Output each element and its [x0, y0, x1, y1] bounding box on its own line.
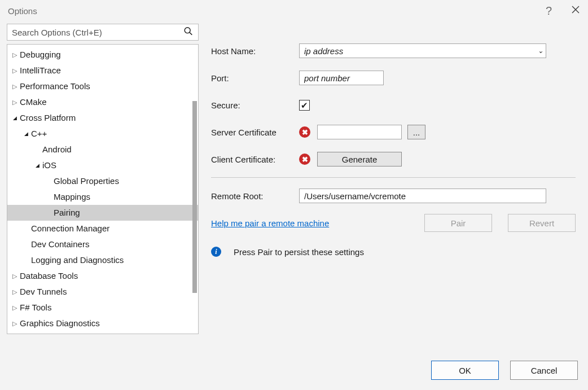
client-cert-label: Client Certificate: [211, 155, 299, 164]
tree-item-label: Debugging [20, 47, 61, 63]
svg-point-2 [185, 28, 190, 33]
tree-item-label: Cross Platform [20, 110, 76, 126]
triangle-right-icon: ▷ [11, 63, 19, 78]
server-cert-input[interactable] [317, 125, 402, 139]
close-icon[interactable] [571, 5, 580, 16]
generate-button[interactable]: Generate [317, 152, 402, 166]
tree-item-label: Android [42, 142, 72, 157]
tree-item-label: Pairing [54, 205, 80, 221]
tree-item-label: iOS [42, 157, 56, 173]
tree-item[interactable]: Android [7, 142, 198, 157]
tree-item-label: Database Tools [20, 268, 78, 284]
info-text: Press Pair to persist these settings [234, 247, 364, 257]
tree-item[interactable]: ◢iOS [7, 157, 198, 173]
triangle-right-icon: ▷ [11, 94, 19, 110]
server-cert-label: Server Certificate [211, 128, 299, 137]
remote-root-input[interactable] [299, 189, 546, 203]
tree-item-label: Graphics Diagnostics [20, 315, 100, 331]
help-icon[interactable]: ? [546, 5, 552, 17]
tree-item[interactable]: ◢Cross Platform [7, 110, 198, 126]
help-pair-link[interactable]: Help me pair a remote machine [211, 218, 329, 228]
scrollbar-thumb[interactable] [192, 101, 197, 293]
tree-item-label: Performance Tools [20, 78, 90, 94]
port-input[interactable] [299, 71, 384, 85]
triangle-down-icon: ◢ [11, 110, 19, 126]
tree-item[interactable]: Dev Containers [7, 236, 198, 252]
error-icon: ✖ [299, 154, 310, 165]
search-icon[interactable] [183, 27, 194, 38]
tree-item[interactable]: Mappings [7, 189, 198, 205]
titlebar: Options ? [0, 0, 588, 19]
tree-item[interactable]: ▷Performance Tools [7, 78, 198, 94]
chevron-down-icon: ⌄ [538, 47, 543, 55]
settings-panel: Host Name: ip address ⌄ Port: Secure: ✔ … [211, 24, 581, 334]
options-dialog: Options ? ▷Debugging▷IntelliTrace▷Perfor… [0, 0, 588, 390]
tree-item[interactable]: ▷IntelliTrace [7, 63, 198, 78]
revert-button[interactable]: Revert [508, 214, 576, 232]
info-bar: i Press Pair to persist these settings [211, 247, 576, 257]
tree-item-label: IntelliTrace [20, 63, 61, 78]
triangle-right-icon: ▷ [11, 268, 19, 284]
triangle-down-icon: ◢ [33, 157, 41, 173]
tree-item-label: Dev Tunnels [20, 284, 67, 300]
triangle-right-icon: ▷ [11, 315, 19, 331]
tree-item-label: Connection Manager [31, 221, 109, 236]
search-box [7, 24, 199, 41]
pair-button[interactable]: Pair [424, 214, 492, 232]
tree-item-label: Mappings [54, 189, 90, 205]
tree-item[interactable]: ▷CMake [7, 94, 198, 110]
window-title: Options [8, 6, 37, 16]
tree-item[interactable]: Pairing [7, 205, 198, 221]
remote-root-label: Remote Root: [211, 191, 299, 201]
port-label: Port: [211, 73, 299, 83]
tree-item-label: Logging and Diagnostics [31, 252, 124, 268]
divider [211, 177, 576, 178]
tree-item[interactable]: Connection Manager [7, 221, 198, 236]
tree-item[interactable]: ▷F# Tools [7, 300, 198, 315]
tree-item-label: C++ [31, 126, 47, 142]
secure-label: Secure: [211, 100, 299, 110]
tree-item-label: F# Tools [20, 300, 51, 315]
triangle-down-icon: ◢ [22, 126, 30, 142]
triangle-right-icon: ▷ [11, 284, 19, 300]
check-icon: ✔ [301, 101, 308, 109]
cancel-button[interactable]: Cancel [510, 361, 578, 380]
options-tree: ▷Debugging▷IntelliTrace▷Performance Tool… [7, 44, 199, 334]
triangle-right-icon: ▷ [11, 300, 19, 315]
triangle-right-icon: ▷ [11, 47, 19, 63]
host-name-value: ip address [304, 46, 343, 56]
tree-item-label: Dev Containers [31, 236, 89, 252]
browse-button[interactable]: ... [407, 125, 425, 139]
tree-item-label: Global Properties [54, 173, 119, 189]
search-input[interactable] [7, 24, 199, 41]
tree-item-label: CMake [20, 94, 47, 110]
secure-checkbox[interactable]: ✔ [299, 100, 310, 111]
host-name-label: Host Name: [211, 46, 299, 56]
error-icon: ✖ [299, 126, 310, 138]
tree-item[interactable]: ▷Database Tools [7, 268, 198, 284]
tree-item[interactable]: Global Properties [7, 173, 198, 189]
triangle-right-icon: ▷ [11, 78, 19, 94]
svg-line-3 [190, 32, 192, 34]
tree-item[interactable]: ▷Debugging [7, 47, 198, 63]
tree-item[interactable]: ▷Graphics Diagnostics [7, 315, 198, 331]
tree-item[interactable]: ◢C++ [7, 126, 198, 142]
ok-button[interactable]: OK [431, 361, 499, 380]
info-icon: i [211, 247, 221, 257]
tree-item[interactable]: Logging and Diagnostics [7, 252, 198, 268]
tree-item[interactable]: ▷Dev Tunnels [7, 284, 198, 300]
host-name-combo[interactable]: ip address ⌄ [299, 43, 546, 58]
